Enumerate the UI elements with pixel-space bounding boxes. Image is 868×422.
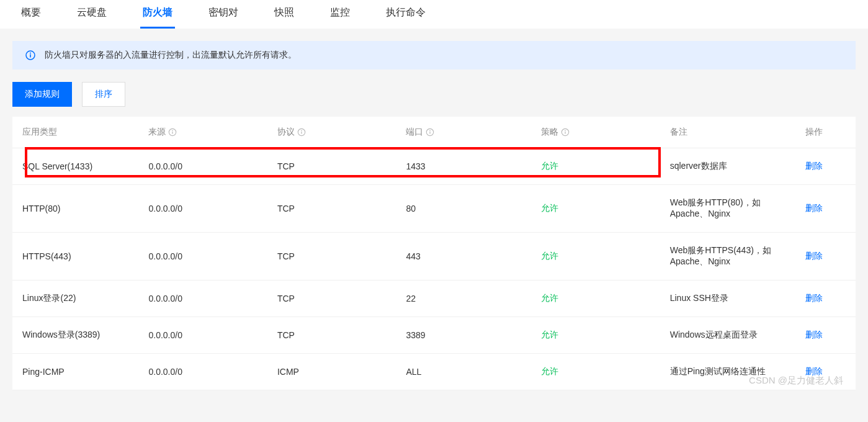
cell-remark: sqlerver数据库 xyxy=(663,148,798,185)
cell-remark: Web服务HTTP(80)，如Apache、Nginx xyxy=(663,185,798,233)
delete-link[interactable]: 删除 xyxy=(805,293,823,303)
cell-protocol: TCP xyxy=(270,281,398,317)
cell-protocol: TCP xyxy=(270,233,398,281)
watermark: CSDN @足力健老人斜 xyxy=(749,375,843,387)
col-header-policy-label: 策略 xyxy=(541,127,558,137)
cell-port: 80 xyxy=(398,185,534,233)
sort-button[interactable]: 排序 xyxy=(82,82,125,107)
col-header-port: 端口 xyxy=(398,117,534,148)
info-icon[interactable] xyxy=(426,128,434,137)
col-header-protocol-label: 协议 xyxy=(277,127,295,137)
info-icon[interactable] xyxy=(561,128,570,137)
svg-point-1 xyxy=(30,53,31,54)
cell-remark: Linux SSH登录 xyxy=(663,281,798,317)
svg-rect-5 xyxy=(172,132,173,134)
col-header-action: 操作 xyxy=(798,117,856,148)
cell-remark: Windows远程桌面登录 xyxy=(663,317,798,354)
delete-link[interactable]: 删除 xyxy=(805,330,823,339)
svg-point-10 xyxy=(430,130,431,132)
policy-allow-label: 允许 xyxy=(541,330,558,339)
col-header-policy: 策略 xyxy=(534,117,662,148)
table-row: Windows登录(3389)0.0.0.0/0TCP3389允许Windows… xyxy=(12,317,856,354)
info-icon[interactable] xyxy=(168,128,177,137)
tab-4[interactable]: 快照 xyxy=(272,0,297,29)
cell-source: 0.0.0.0/0 xyxy=(141,354,269,390)
cell-type: HTTPS(443) xyxy=(12,233,141,281)
svg-rect-8 xyxy=(301,132,302,134)
cell-protocol: TCP xyxy=(270,317,398,354)
cell-policy: 允许 xyxy=(534,233,662,281)
cell-action: 删除 xyxy=(798,148,856,185)
info-icon[interactable] xyxy=(297,128,306,137)
info-banner: 防火墙只对服务器的入流量进行控制，出流量默认允许所有请求。 xyxy=(12,41,856,70)
cell-type: HTTP(80) xyxy=(12,185,141,233)
cell-policy: 允许 xyxy=(534,185,662,233)
tab-6[interactable]: 执行命令 xyxy=(383,0,428,29)
cell-policy: 允许 xyxy=(534,281,662,317)
cell-port: 3389 xyxy=(398,317,534,354)
col-header-type: 应用类型 xyxy=(12,117,141,148)
cell-remark: Web服务HTTPS(443)，如Apache、Nginx xyxy=(663,233,798,281)
table-row: SQL Server(1433)0.0.0.0/0TCP1433允许sqlerv… xyxy=(12,148,856,185)
cell-type: SQL Server(1433) xyxy=(12,148,141,185)
cell-port: ALL xyxy=(398,354,534,390)
svg-point-4 xyxy=(172,130,174,132)
tab-5[interactable]: 监控 xyxy=(328,0,352,29)
cell-action: 删除 xyxy=(798,281,856,317)
table-row: Ping-ICMP0.0.0.0/0ICMPALL允许通过Ping测试网络连通性… xyxy=(12,354,856,390)
cell-policy: 允许 xyxy=(534,148,662,185)
cell-protocol: TCP xyxy=(270,148,398,185)
svg-rect-2 xyxy=(30,55,31,58)
cell-policy: 允许 xyxy=(534,317,662,354)
col-header-source-label: 来源 xyxy=(148,127,166,137)
policy-allow-label: 允许 xyxy=(541,203,558,213)
delete-link[interactable]: 删除 xyxy=(805,251,823,261)
tab-3[interactable]: 密钥对 xyxy=(206,0,241,29)
delete-link[interactable]: 删除 xyxy=(805,203,823,213)
cell-action: 删除 xyxy=(798,317,856,354)
cell-source: 0.0.0.0/0 xyxy=(141,148,269,185)
cell-type: Linux登录(22) xyxy=(12,281,141,317)
table-header-row: 应用类型 来源 协议 端口 策略 备注 操作 xyxy=(12,117,856,148)
cell-port: 22 xyxy=(398,281,534,317)
col-header-remark: 备注 xyxy=(663,117,798,148)
cell-type: Windows登录(3389) xyxy=(12,317,141,354)
col-header-type-label: 应用类型 xyxy=(22,127,57,137)
cell-source: 0.0.0.0/0 xyxy=(141,317,269,354)
tab-0[interactable]: 概要 xyxy=(19,0,43,29)
svg-rect-14 xyxy=(565,132,566,134)
svg-rect-11 xyxy=(430,132,431,134)
cell-port: 1433 xyxy=(398,148,534,185)
table-row: HTTP(80)0.0.0.0/0TCP80允许Web服务HTTP(80)，如A… xyxy=(12,185,856,233)
tab-2[interactable]: 防火墙 xyxy=(140,0,175,29)
cell-source: 0.0.0.0/0 xyxy=(141,233,269,281)
info-banner-text: 防火墙只对服务器的入流量进行控制，出流量默认允许所有请求。 xyxy=(45,50,297,61)
add-rule-button[interactable]: 添加规则 xyxy=(12,82,72,107)
cell-type: Ping-ICMP xyxy=(12,354,141,390)
cell-policy: 允许 xyxy=(534,354,662,390)
cell-action: 删除 xyxy=(798,185,856,233)
policy-allow-label: 允许 xyxy=(541,161,558,171)
firewall-rules-table: 应用类型 来源 协议 端口 策略 备注 操作 SQL Server(1433)0… xyxy=(12,117,856,390)
col-header-source: 来源 xyxy=(141,117,269,148)
tab-bar: 概要云硬盘防火墙密钥对快照监控执行命令 xyxy=(0,0,868,29)
col-header-protocol: 协议 xyxy=(270,117,398,148)
toolbar: 添加规则 排序 xyxy=(12,82,856,107)
cell-protocol: ICMP xyxy=(270,354,398,390)
table-row: HTTPS(443)0.0.0.0/0TCP443允许Web服务HTTPS(44… xyxy=(12,233,856,281)
svg-point-7 xyxy=(301,130,302,132)
policy-allow-label: 允许 xyxy=(541,251,558,261)
delete-link[interactable]: 删除 xyxy=(805,161,823,171)
policy-allow-label: 允许 xyxy=(541,293,558,303)
info-icon xyxy=(25,50,36,61)
svg-point-13 xyxy=(565,130,566,132)
cell-source: 0.0.0.0/0 xyxy=(141,185,269,233)
table-wrap: 应用类型 来源 协议 端口 策略 备注 操作 SQL Server(1433)0… xyxy=(12,117,856,390)
cell-action: 删除 xyxy=(798,233,856,281)
policy-allow-label: 允许 xyxy=(541,366,558,376)
tab-1[interactable]: 云硬盘 xyxy=(74,0,109,29)
col-header-port-label: 端口 xyxy=(406,127,423,137)
cell-source: 0.0.0.0/0 xyxy=(141,281,269,317)
table-row: Linux登录(22)0.0.0.0/0TCP22允许Linux SSH登录删除 xyxy=(12,281,856,317)
cell-protocol: TCP xyxy=(270,185,398,233)
